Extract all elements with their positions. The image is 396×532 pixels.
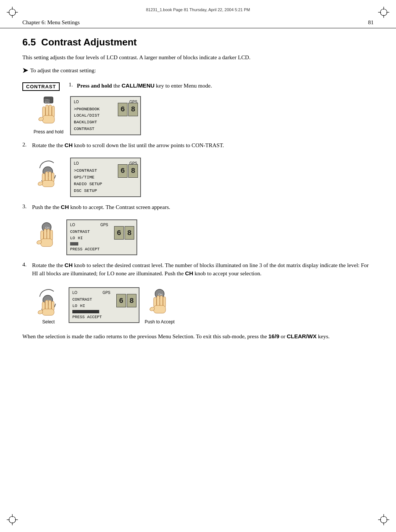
step-1-text: Press and hold the CALL/MENU key to ente… <box>77 82 374 90</box>
step-3: 3. Push the the CH knob to accept. The C… <box>22 203 374 212</box>
step3-lcd: LOGPS CONTRAST LOHI PRESS ACCEPT 6 8 <box>66 219 137 255</box>
svg-point-10 <box>9 516 16 523</box>
arrow-intro: ➤ To adjust the contrast setting: <box>22 66 374 76</box>
step1-device-block: CALL MENU Press and hold LOGPS <box>34 96 374 135</box>
corner-mark-bl <box>7 514 18 525</box>
svg-rect-37 <box>42 181 54 187</box>
step4-rotate-icon: CH <box>34 286 63 318</box>
page-header: Chapter 6: Menu Settings 81 <box>0 0 396 28</box>
svg-text:MENU: MENU <box>45 101 50 103</box>
step-1-number: 1. <box>69 82 77 88</box>
step-2-content: Rotate the the CH knob to scroll down th… <box>32 141 374 150</box>
step1-lcd: LOGPS >PHONEBOOK LOCAL/DIST BACKLIGHT CO… <box>70 96 141 135</box>
step4-lcd: LOGPS CONTRAST LOHI PRESS ACCEPT 6 8 <box>69 287 139 323</box>
step2-hand: CH <box>34 158 63 189</box>
push-hand-icon: CH <box>34 219 60 251</box>
step1-after: key to enter Menu mode. <box>156 83 212 89</box>
step4-select-label: Select <box>42 319 54 324</box>
svg-text:CALL: CALL <box>45 99 50 101</box>
press-hand-icon: CALL MENU <box>35 96 62 128</box>
step-4-content: Rotate the the CH knob to select the des… <box>32 261 374 278</box>
svg-point-5 <box>380 9 387 16</box>
svg-rect-28 <box>43 115 54 123</box>
step-4-number: 4. <box>22 261 32 268</box>
step4-rotate-hand: CH Select <box>34 286 63 324</box>
step-4: 4. Rotate the the CH knob to select the … <box>22 261 374 278</box>
step4-push-label: Push to Accept <box>145 319 175 324</box>
chapter-label: Chapter 6: Menu Settings <box>22 19 80 26</box>
book-reference: 81231_1.book Page 81 Thursday, April 22,… <box>146 7 250 12</box>
svg-rect-55 <box>42 309 54 315</box>
step2-device-block: CH LOGPS >CONTRAST GPS/TIME RADIO SETU <box>34 158 374 197</box>
step-1-row: CONTRAST 1. Press and hold the CALL/MENU… <box>22 82 374 91</box>
step1-key: CALL/MENU <box>122 82 154 89</box>
svg-rect-64 <box>154 305 166 313</box>
step3-hand: CH <box>34 219 60 251</box>
step1-bold-text: Press and hold <box>77 83 112 89</box>
step4-push-icon: CH <box>147 286 173 318</box>
corner-mark-tl <box>7 7 18 18</box>
svg-rect-46 <box>41 239 53 247</box>
arrow-symbol: ➤ <box>22 66 28 76</box>
step3-device-block: CH LOGPS CONTRAST LOHI PRESS ACCEPT <box>34 219 374 255</box>
main-content: 6.5 Contrast Adjustment This setting adj… <box>0 37 396 356</box>
intro-para1: This setting adjusts the four levels of … <box>22 53 374 62</box>
step1-hand-label: Press and hold <box>34 129 63 134</box>
corner-mark-br <box>378 514 389 525</box>
contrast-badge: CONTRAST <box>22 82 63 91</box>
step2-lcd: LOGPS >CONTRAST GPS/TIME RADIO SETUP DSC… <box>70 158 141 197</box>
step-2-number: 2. <box>22 141 32 148</box>
step-2: 2. Rotate the the CH knob to scroll down… <box>22 141 374 150</box>
corner-mark-tr <box>378 7 389 18</box>
footer-text: When the selection is made the radio ret… <box>22 332 374 341</box>
section-heading: 6.5 Contrast Adjustment <box>22 37 374 48</box>
step1-hand: CALL MENU Press and hold <box>34 96 63 134</box>
svg-point-15 <box>380 516 387 523</box>
step4-devices: CH Select LOGPS CONTRAST LOHI PRESS ACCE… <box>34 286 374 324</box>
step1-lcd-menu: >PHONEBOOK LOCAL/DIST BACKLIGHT CONTRAST <box>74 106 112 132</box>
step4-push-hand: CH Push to Accept <box>145 286 175 324</box>
step-3-content: Push the the CH knob to accept. The Cont… <box>32 203 374 212</box>
svg-point-0 <box>9 9 16 16</box>
rotate-hand-icon: CH <box>34 158 63 189</box>
page-number: 81 <box>368 19 374 26</box>
step-3-number: 3. <box>22 203 32 210</box>
